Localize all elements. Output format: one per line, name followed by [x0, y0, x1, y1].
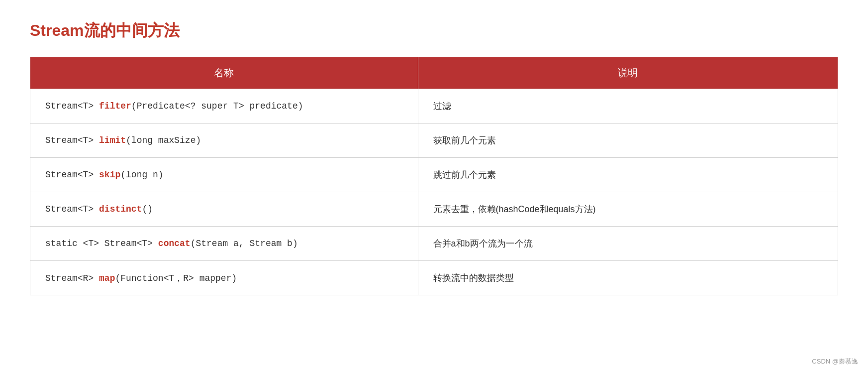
cell-description: 跳过前几个元素	[418, 158, 838, 192]
method-prefix: Stream<T>	[45, 204, 99, 214]
method-prefix: Stream<T>	[45, 135, 99, 145]
cell-method-name: Stream<T> filter(Predicate<? super T> pr…	[30, 89, 418, 124]
cell-method-name: Stream<T> skip(long n)	[30, 158, 418, 192]
cell-description: 元素去重，依赖(hashCode和equals方法)	[418, 192, 838, 227]
method-suffix: (long maxSize)	[126, 135, 201, 145]
table-header-row: 名称 说明	[30, 57, 838, 89]
table-row: Stream<T> distinct()元素去重，依赖(hashCode和equ…	[30, 192, 838, 227]
watermark: CSDN @秦慕逸	[812, 357, 858, 366]
method-keyword: map	[99, 273, 115, 283]
table-row: Stream<T> skip(long n)跳过前几个元素	[30, 158, 838, 192]
method-suffix: (Stream a, Stream b)	[191, 239, 298, 248]
method-suffix: ()	[142, 204, 153, 214]
method-keyword: skip	[99, 170, 120, 180]
col-header-name: 名称	[30, 57, 418, 89]
table-row: Stream<T> filter(Predicate<? super T> pr…	[30, 89, 838, 124]
table-row: Stream<R> map(Function<T，R> mapper)转换流中的…	[30, 261, 838, 295]
method-keyword: distinct	[99, 204, 142, 214]
cell-method-name: Stream<R> map(Function<T，R> mapper)	[30, 261, 418, 295]
cell-method-name: Stream<T> limit(long maxSize)	[30, 124, 418, 158]
col-header-desc: 说明	[418, 57, 838, 89]
cell-method-name: Stream<T> distinct()	[30, 192, 418, 227]
table-row: Stream<T> limit(long maxSize)获取前几个元素	[30, 124, 838, 158]
method-prefix: Stream<T>	[45, 101, 99, 111]
method-suffix: (Function<T，R> mapper)	[115, 273, 237, 283]
method-keyword: limit	[99, 135, 126, 145]
method-keyword: filter	[99, 101, 131, 111]
table-row: static <T> Stream<T> concat(Stream a, St…	[30, 227, 838, 261]
cell-description: 获取前几个元素	[418, 124, 838, 158]
method-prefix: Stream<R>	[45, 273, 99, 283]
method-keyword: concat	[158, 239, 191, 248]
methods-table: 名称 说明 Stream<T> filter(Predicate<? super…	[30, 57, 838, 295]
cell-description: 过滤	[418, 89, 838, 124]
cell-description: 合并a和b两个流为一个流	[418, 227, 838, 261]
page-title: Stream流的中间方法	[30, 20, 838, 42]
method-suffix: (long n)	[120, 170, 163, 180]
method-suffix: (Predicate<? super T> predicate)	[131, 101, 303, 111]
method-prefix: Stream<T>	[45, 170, 99, 180]
cell-description: 转换流中的数据类型	[418, 261, 838, 295]
cell-method-name: static <T> Stream<T> concat(Stream a, St…	[30, 227, 418, 261]
method-prefix: static <T> Stream<T>	[45, 239, 158, 248]
